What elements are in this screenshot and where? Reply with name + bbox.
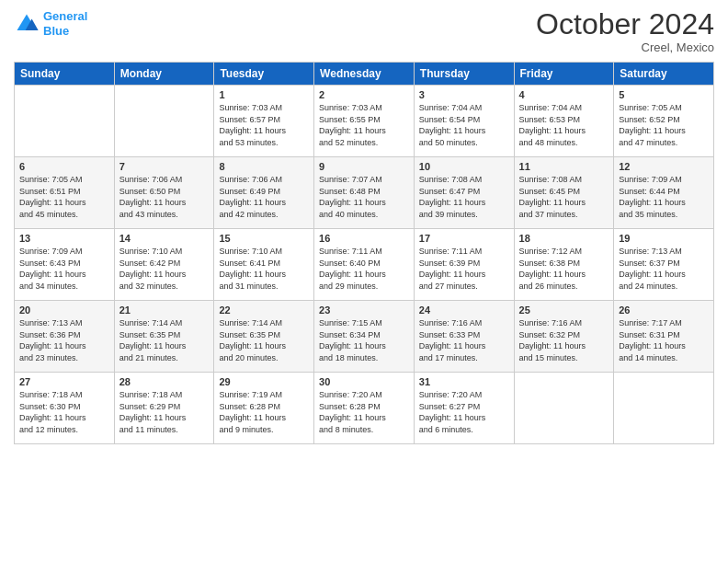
day-number: 29 — [219, 376, 309, 387]
day-number: 4 — [519, 89, 609, 100]
location: Creel, Mexico — [536, 40, 714, 54]
day-info: Sunrise: 7:12 AM Sunset: 6:38 PM Dayligh… — [519, 246, 609, 292]
day-number: 5 — [619, 89, 709, 100]
day-info: Sunrise: 7:11 AM Sunset: 6:40 PM Dayligh… — [319, 246, 409, 292]
table-row: 23Sunrise: 7:15 AM Sunset: 6:34 PM Dayli… — [314, 301, 415, 373]
day-number: 27 — [19, 376, 109, 387]
table-row: 18Sunrise: 7:12 AM Sunset: 6:38 PM Dayli… — [514, 229, 614, 301]
day-number: 20 — [19, 304, 109, 316]
table-row: 19Sunrise: 7:13 AM Sunset: 6:37 PM Dayli… — [614, 229, 714, 301]
header: General Blue October 2024 Creel, Mexico — [14, 9, 714, 54]
logo: General Blue — [14, 9, 87, 38]
day-info: Sunrise: 7:11 AM Sunset: 6:39 PM Dayligh… — [419, 246, 509, 292]
month-title: October 2024 — [536, 9, 714, 39]
table-row: 9Sunrise: 7:07 AM Sunset: 6:48 PM Daylig… — [314, 157, 415, 229]
header-tuesday: Tuesday — [214, 63, 314, 86]
table-row: 12Sunrise: 7:09 AM Sunset: 6:44 PM Dayli… — [614, 157, 714, 229]
day-number: 26 — [619, 304, 709, 316]
table-row: 31Sunrise: 7:20 AM Sunset: 6:27 PM Dayli… — [414, 373, 514, 444]
day-info: Sunrise: 7:07 AM Sunset: 6:48 PM Dayligh… — [319, 174, 409, 220]
table-row: 16Sunrise: 7:11 AM Sunset: 6:40 PM Dayli… — [314, 229, 415, 301]
table-row: 11Sunrise: 7:08 AM Sunset: 6:45 PM Dayli… — [514, 157, 614, 229]
day-info: Sunrise: 7:04 AM Sunset: 6:53 PM Dayligh… — [519, 102, 609, 148]
table-row — [15, 86, 115, 157]
logo-icon — [14, 11, 40, 37]
logo-line1: General — [43, 9, 87, 23]
day-info: Sunrise: 7:09 AM Sunset: 6:44 PM Dayligh… — [619, 174, 709, 220]
day-info: Sunrise: 7:20 AM Sunset: 6:27 PM Dayligh… — [419, 389, 509, 435]
table-row — [114, 86, 214, 157]
day-info: Sunrise: 7:03 AM Sunset: 6:57 PM Dayligh… — [219, 102, 309, 148]
day-number: 12 — [619, 161, 709, 172]
day-info: Sunrise: 7:20 AM Sunset: 6:28 PM Dayligh… — [319, 389, 409, 435]
day-info: Sunrise: 7:06 AM Sunset: 6:49 PM Dayligh… — [219, 174, 309, 220]
title-area: October 2024 Creel, Mexico — [536, 9, 714, 54]
day-number: 15 — [219, 233, 309, 244]
header-wednesday: Wednesday — [314, 63, 415, 86]
table-row: 29Sunrise: 7:19 AM Sunset: 6:28 PM Dayli… — [214, 373, 314, 444]
week-row-4: 20Sunrise: 7:13 AM Sunset: 6:36 PM Dayli… — [15, 301, 714, 373]
table-row: 15Sunrise: 7:10 AM Sunset: 6:41 PM Dayli… — [214, 229, 314, 301]
table-row: 14Sunrise: 7:10 AM Sunset: 6:42 PM Dayli… — [114, 229, 214, 301]
header-thursday: Thursday — [414, 63, 514, 86]
calendar: Sunday Monday Tuesday Wednesday Thursday… — [14, 62, 714, 444]
day-number: 7 — [119, 161, 210, 172]
logo-line2: Blue — [43, 24, 69, 38]
header-sunday: Sunday — [15, 63, 115, 86]
day-number: 14 — [119, 233, 210, 244]
day-info: Sunrise: 7:10 AM Sunset: 6:42 PM Dayligh… — [119, 246, 210, 292]
page: General Blue October 2024 Creel, Mexico … — [0, 0, 728, 563]
day-number: 2 — [319, 89, 409, 100]
day-info: Sunrise: 7:08 AM Sunset: 6:47 PM Dayligh… — [419, 174, 509, 220]
table-row: 30Sunrise: 7:20 AM Sunset: 6:28 PM Dayli… — [314, 373, 415, 444]
table-row: 3Sunrise: 7:04 AM Sunset: 6:54 PM Daylig… — [414, 86, 514, 157]
day-info: Sunrise: 7:14 AM Sunset: 6:35 PM Dayligh… — [219, 317, 309, 363]
table-row: 20Sunrise: 7:13 AM Sunset: 6:36 PM Dayli… — [15, 301, 115, 373]
day-info: Sunrise: 7:08 AM Sunset: 6:45 PM Dayligh… — [519, 174, 609, 220]
table-row: 7Sunrise: 7:06 AM Sunset: 6:50 PM Daylig… — [114, 157, 214, 229]
day-info: Sunrise: 7:17 AM Sunset: 6:31 PM Dayligh… — [619, 317, 709, 363]
calendar-header-row: Sunday Monday Tuesday Wednesday Thursday… — [15, 63, 714, 86]
day-info: Sunrise: 7:13 AM Sunset: 6:37 PM Dayligh… — [619, 246, 709, 292]
day-number: 30 — [319, 376, 409, 387]
day-number: 8 — [219, 161, 309, 172]
table-row: 27Sunrise: 7:18 AM Sunset: 6:30 PM Dayli… — [15, 373, 115, 444]
table-row: 6Sunrise: 7:05 AM Sunset: 6:51 PM Daylig… — [15, 157, 115, 229]
day-info: Sunrise: 7:05 AM Sunset: 6:51 PM Dayligh… — [19, 174, 109, 220]
day-info: Sunrise: 7:16 AM Sunset: 6:33 PM Dayligh… — [419, 317, 509, 363]
day-number: 11 — [519, 161, 609, 172]
table-row — [614, 373, 714, 444]
day-info: Sunrise: 7:05 AM Sunset: 6:52 PM Dayligh… — [619, 102, 709, 148]
table-row: 5Sunrise: 7:05 AM Sunset: 6:52 PM Daylig… — [614, 86, 714, 157]
day-info: Sunrise: 7:15 AM Sunset: 6:34 PM Dayligh… — [319, 317, 409, 363]
table-row: 4Sunrise: 7:04 AM Sunset: 6:53 PM Daylig… — [514, 86, 614, 157]
table-row: 10Sunrise: 7:08 AM Sunset: 6:47 PM Dayli… — [414, 157, 514, 229]
day-number: 21 — [119, 304, 210, 316]
day-number: 24 — [419, 304, 509, 316]
day-number: 22 — [219, 304, 309, 316]
table-row: 24Sunrise: 7:16 AM Sunset: 6:33 PM Dayli… — [414, 301, 514, 373]
day-number: 16 — [319, 233, 409, 244]
header-monday: Monday — [114, 63, 214, 86]
day-number: 10 — [419, 161, 509, 172]
day-info: Sunrise: 7:18 AM Sunset: 6:29 PM Dayligh… — [119, 389, 210, 435]
table-row — [514, 373, 614, 444]
day-number: 19 — [619, 233, 709, 244]
day-number: 23 — [319, 304, 409, 316]
day-number: 17 — [419, 233, 509, 244]
day-info: Sunrise: 7:04 AM Sunset: 6:54 PM Dayligh… — [419, 102, 509, 148]
table-row: 28Sunrise: 7:18 AM Sunset: 6:29 PM Dayli… — [114, 373, 214, 444]
table-row: 26Sunrise: 7:17 AM Sunset: 6:31 PM Dayli… — [614, 301, 714, 373]
day-number: 25 — [519, 304, 609, 316]
day-info: Sunrise: 7:14 AM Sunset: 6:35 PM Dayligh… — [119, 317, 210, 363]
week-row-2: 6Sunrise: 7:05 AM Sunset: 6:51 PM Daylig… — [15, 157, 714, 229]
logo-text: General Blue — [43, 9, 87, 38]
day-number: 31 — [419, 376, 509, 387]
table-row: 13Sunrise: 7:09 AM Sunset: 6:43 PM Dayli… — [15, 229, 115, 301]
day-number: 9 — [319, 161, 409, 172]
table-row: 1Sunrise: 7:03 AM Sunset: 6:57 PM Daylig… — [214, 86, 314, 157]
day-number: 18 — [519, 233, 609, 244]
week-row-3: 13Sunrise: 7:09 AM Sunset: 6:43 PM Dayli… — [15, 229, 714, 301]
day-info: Sunrise: 7:09 AM Sunset: 6:43 PM Dayligh… — [19, 246, 109, 292]
day-info: Sunrise: 7:19 AM Sunset: 6:28 PM Dayligh… — [219, 389, 309, 435]
